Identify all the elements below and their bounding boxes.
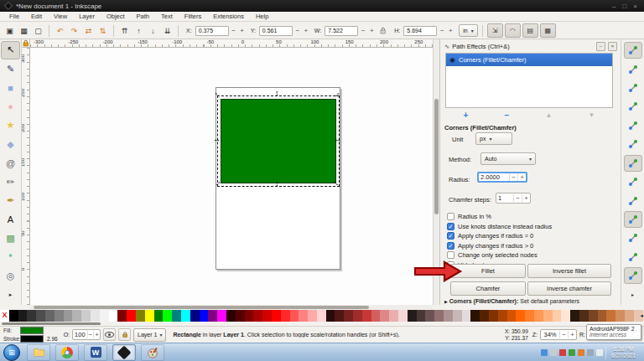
palette-swatch[interactable] <box>516 310 525 322</box>
palette-swatch[interactable] <box>553 310 562 322</box>
palette-swatch[interactable] <box>262 310 272 322</box>
snap-others[interactable] <box>624 267 642 284</box>
radius-decrement[interactable]: − <box>509 173 517 181</box>
palette-swatch[interactable] <box>272 310 281 322</box>
layer-dropdown[interactable]: Layer 1 ▾ <box>133 328 166 342</box>
flip-vertical-icon[interactable]: ⇅ <box>96 24 109 37</box>
selector-tool[interactable]: ↖ <box>1 41 20 59</box>
palette-swatch[interactable] <box>36 310 45 322</box>
node-tool[interactable]: ✎ <box>1 60 20 79</box>
panel-minimize-button[interactable]: – <box>596 42 605 51</box>
minimize-button[interactable]: – <box>612 3 615 10</box>
spiral-tool[interactable]: @ <box>1 154 20 173</box>
star-tool[interactable]: ★ <box>1 116 20 135</box>
palette-swatch[interactable] <box>236 310 245 322</box>
palette-swatch[interactable] <box>81 310 91 322</box>
menu-filters[interactable]: Filters <box>179 13 207 20</box>
increment-button[interactable]: + <box>303 27 309 34</box>
canvas[interactable]: ↕ ↕ ↔ ↔ ↔ ↔ ↔ ↔ <box>30 48 433 305</box>
lower-to-bottom-icon[interactable]: ⇊ <box>161 24 174 37</box>
palette-swatch[interactable] <box>507 310 517 322</box>
palette-swatch[interactable] <box>281 310 290 322</box>
decrement-button[interactable]: − <box>360 27 366 34</box>
palette-swatch[interactable] <box>462 310 471 322</box>
snap-cusp-nodes[interactable] <box>624 211 642 228</box>
dimensions-lock-icon[interactable] <box>377 24 389 37</box>
palette-swatch[interactable] <box>172 310 181 322</box>
expander-icon[interactable]: ▶ <box>444 299 448 304</box>
field-x[interactable]: 0.375 <box>195 26 229 36</box>
move-patterns-toggle[interactable]: ▦ <box>540 23 556 38</box>
snap-nodes[interactable] <box>624 155 642 172</box>
palette-swatch[interactable] <box>371 310 381 322</box>
palette-swatch[interactable] <box>181 310 190 322</box>
tray-icon-0[interactable] <box>541 349 548 356</box>
tray-icon-1[interactable] <box>550 349 557 356</box>
ellipse-tool[interactable]: ● <box>1 98 20 116</box>
increment-button[interactable]: + <box>447 27 454 34</box>
palette-swatch[interactable] <box>498 310 507 322</box>
tray-icon-6[interactable] <box>596 349 603 356</box>
palette-swatch[interactable] <box>398 310 408 322</box>
palette-swatch[interactable] <box>100 310 109 322</box>
move-effect-up-button[interactable]: ▲ <box>545 111 552 119</box>
checkbox-checked[interactable]: ✓ <box>447 242 454 250</box>
snap-bbox-centers[interactable] <box>624 136 642 152</box>
menu-view[interactable]: View <box>48 13 73 20</box>
palette-swatch[interactable] <box>127 310 136 322</box>
deselect-icon[interactable]: ▢ <box>32 24 44 37</box>
select-all-layers-icon[interactable]: ▦ <box>18 24 30 37</box>
close-button[interactable]: × <box>633 3 637 10</box>
explorer-app[interactable] <box>27 344 50 361</box>
palette-swatch[interactable] <box>290 310 299 322</box>
palette-swatch[interactable] <box>480 310 489 322</box>
palette-swatch[interactable] <box>27 310 36 322</box>
field-w[interactable]: 7.522 <box>325 26 358 36</box>
palette-swatch[interactable] <box>208 310 217 322</box>
steps-decrement[interactable]: − <box>513 194 522 202</box>
dropper-tool[interactable]: ◎ <box>1 267 20 286</box>
gradient-tool[interactable]: ▩ <box>1 229 20 248</box>
palette-swatch[interactable] <box>625 310 634 322</box>
horizontal-scrollbar-thumb[interactable] <box>34 306 369 309</box>
snap-smooth-nodes[interactable] <box>624 229 642 246</box>
increment-button[interactable]: + <box>368 27 375 34</box>
menu-edit[interactable]: Edit <box>25 13 48 20</box>
palette-swatch[interactable] <box>200 310 209 322</box>
panel-close-button[interactable]: × <box>608 42 617 51</box>
calligraphy-tool[interactable]: ✒ <box>1 192 20 210</box>
palette-swatch[interactable] <box>598 310 607 322</box>
pencil-tool[interactable]: ✏ <box>1 173 20 192</box>
effect-list-item[interactable]: ◉ Corners (Fillet/Chamfer) <box>446 54 612 66</box>
opacity-spinbox[interactable]: 100 − + <box>72 329 101 340</box>
increment-button[interactable]: + <box>239 27 246 34</box>
palette-scrollbar-thumb[interactable] <box>2 322 101 325</box>
opacity-decrement[interactable]: − <box>87 331 94 338</box>
radius-increment[interactable]: + <box>517 173 526 181</box>
palette-swatch[interactable] <box>72 310 81 322</box>
rectangle-tool[interactable]: ■ <box>1 79 20 97</box>
palette-swatch[interactable] <box>362 310 371 322</box>
snap-paths[interactable] <box>624 173 642 190</box>
palette-swatch[interactable] <box>543 310 553 322</box>
palette-swatch[interactable] <box>154 310 164 322</box>
layer-lock-button[interactable] <box>118 328 131 341</box>
guide-lock-icon[interactable] <box>22 39 29 47</box>
palette-swatch[interactable] <box>109 310 118 322</box>
layer-visibility-button[interactable] <box>103 328 116 341</box>
palette-swatch[interactable] <box>145 310 154 322</box>
tray-icon-5[interactable] <box>587 349 594 356</box>
palette-swatch[interactable] <box>434 310 444 322</box>
decrement-button[interactable]: − <box>294 27 301 34</box>
snap-bbox[interactable] <box>624 60 642 77</box>
palette-swatch[interactable] <box>534 310 543 322</box>
zoom-spinbox[interactable]: 34% − + <box>540 329 577 340</box>
chamfer-button[interactable]: Chamfer <box>450 281 526 296</box>
method-dropdown[interactable]: Auto ▾ <box>480 152 536 165</box>
inverse-chamfer-button[interactable]: Inverse chamfer <box>527 281 611 296</box>
unit-dropdown[interactable]: px ▾ <box>475 132 512 145</box>
palette-swatch[interactable] <box>190 310 200 322</box>
text-tool[interactable]: A <box>1 211 20 229</box>
palette-swatch[interactable] <box>55 310 64 322</box>
add-effect-button[interactable]: + <box>464 111 469 120</box>
